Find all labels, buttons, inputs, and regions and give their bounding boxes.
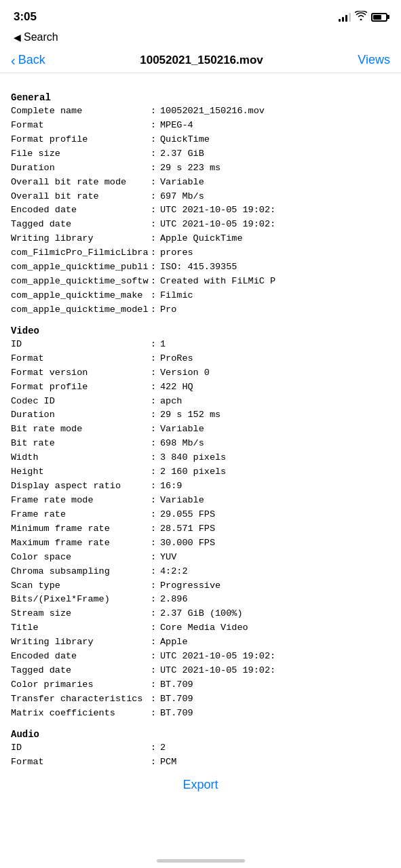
table-row: ID :1 [11,338,390,352]
row-sep: : [147,104,160,119]
row-key: Maximum frame rate [11,536,147,551]
row-key: Height [11,465,147,479]
table-row: Maximum frame rate :30.000 FPS [11,536,390,551]
row-val: apch [160,395,390,409]
row-val: UTC 2021-10-05 19:02: [160,650,390,664]
general-rows: Complete name :10052021_150216.movFormat… [11,104,390,317]
row-key: Encoded date [11,203,147,218]
row-val: 4:2:2 [160,565,390,579]
row-key: com_FilmicPro_FilmicLibra [11,246,147,260]
row-key: Codec ID [11,395,147,409]
row-val: Apple [160,635,390,650]
video-section-header: Video [11,326,390,336]
row-sep: : [147,650,160,664]
table-row: Format profile :422 HQ [11,380,390,395]
row-sep: : [147,437,160,451]
row-sep: : [147,161,160,176]
row-key: Format version [11,366,147,380]
table-row: Format profile :QuickTime [11,133,390,147]
row-val: QuickTime [160,133,390,147]
table-row: Bit rate mode :Variable [11,422,390,437]
row-sep: : [147,465,160,479]
table-row: Title :Core Media Video [11,621,390,635]
table-row: Chroma subsampling :4:2:2 [11,565,390,579]
audio-rows: ID :2Format :PCM [11,741,390,770]
row-sep: : [147,119,160,133]
row-sep: : [147,692,160,707]
row-val: 698 Mb/s [160,437,390,451]
row-key: Display aspect ratio [11,479,147,494]
row-key: com_apple_quicktime_publi [11,260,147,275]
table-row: Frame rate :29.055 FPS [11,508,390,522]
row-key: Frame rate mode [11,494,147,508]
row-key: Format [11,119,147,133]
row-key: Scan type [11,579,147,593]
row-val: 422 HQ [160,380,390,395]
row-val: ISO: 415.39355 [160,260,390,275]
row-val: 2 160 pixels [160,465,390,479]
table-row: com_apple_quicktime_model:Pro [11,303,390,317]
table-row: Duration :29 s 152 ms [11,408,390,422]
row-sep: : [147,664,160,678]
table-row: Overall bit rate :697 Mb/s [11,190,390,204]
row-key: Encoded date [11,650,147,664]
row-val: BT.709 [160,692,390,707]
row-val: 28.571 FPS [160,522,390,536]
row-sep: : [147,621,160,635]
table-row: Height :2 160 pixels [11,465,390,479]
row-sep: : [147,536,160,551]
row-sep: : [147,755,160,770]
row-sep: : [147,451,160,465]
search-label[interactable]: Search [24,31,58,43]
row-sep: : [147,147,160,161]
row-key: Format profile [11,133,147,147]
row-sep: : [147,260,160,275]
export-button[interactable]: Export [183,778,218,792]
row-key: Tagged date [11,664,147,678]
row-key: Width [11,451,147,465]
table-row: com_apple_quicktime_publi:ISO: 415.39355 [11,260,390,275]
row-key: File size [11,147,147,161]
table-row: File size :2.37 GiB [11,147,390,161]
row-val: MPEG-4 [160,119,390,133]
row-val: 2 [160,741,390,755]
status-icons [339,11,387,23]
row-sep: : [147,218,160,232]
table-row: Format :MPEG-4 [11,119,390,133]
row-key: Duration [11,408,147,422]
table-row: Scan type :Progressive [11,579,390,593]
general-section-header: General [11,92,390,103]
row-key: Overall bit rate [11,190,147,204]
export-bar: Export [11,770,390,797]
table-row: Writing library :Apple QuickTime [11,232,390,246]
table-row: Transfer characteristics:BT.709 [11,692,390,707]
nav-bar: ‹ Back 10052021_150216.mov Views [0,47,401,73]
table-row: Color primaries :BT.709 [11,678,390,692]
row-sep: : [147,579,160,593]
table-row: Display aspect ratio:16:9 [11,479,390,494]
row-key: com_apple_quicktime_softw [11,275,147,289]
views-button[interactable]: Views [358,53,390,67]
row-sep: : [147,422,160,437]
back-button[interactable]: ‹ Back [11,53,45,67]
home-indicator [157,859,245,863]
row-val: Filmic [160,289,390,303]
back-arrow-icon: ◀ [14,32,21,43]
row-sep: : [147,338,160,352]
row-val: 2.37 GiB (100%) [160,607,390,621]
wifi-icon [355,11,367,23]
content-area: General Complete name :10052021_150216.m… [0,73,401,852]
row-val: Variable [160,176,390,190]
row-val: 30.000 FPS [160,536,390,551]
table-row: Frame rate mode :Variable [11,494,390,508]
row-val: 10052021_150216.mov [160,104,390,119]
table-row: Complete name :10052021_150216.mov [11,104,390,119]
row-key: com_apple_quicktime_model [11,303,147,317]
table-row: com_FilmicPro_FilmicLibra:prores [11,246,390,260]
row-val: UTC 2021-10-05 19:02: [160,664,390,678]
status-time: 3:05 [14,10,37,24]
table-row: Encoded date :UTC 2021-10-05 19:02: [11,203,390,218]
back-label: Back [18,53,45,67]
row-key: com_apple_quicktime_make [11,289,147,303]
row-key: Overall bit rate mode [11,176,147,190]
